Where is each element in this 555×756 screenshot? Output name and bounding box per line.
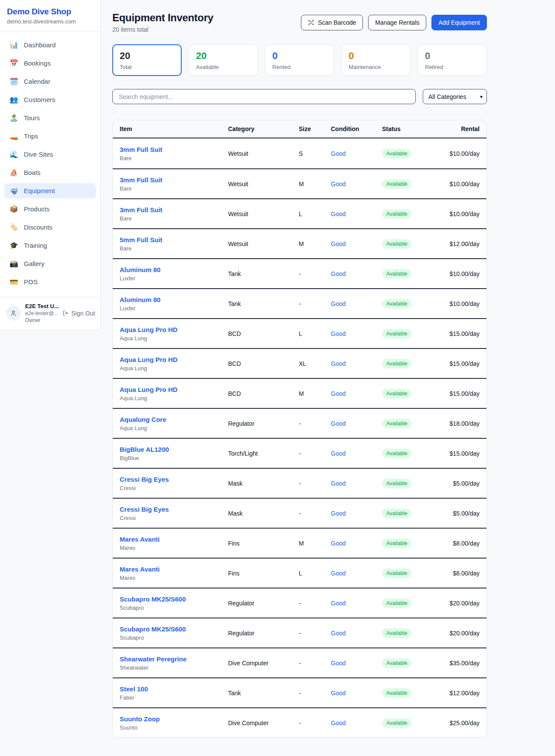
item-name-link[interactable]: Aqua Lung Pro HD [120, 326, 228, 333]
sidebar-item-dashboard[interactable]: 📊 Dashboard [4, 37, 96, 53]
item-rental-rate: $15.00/day [443, 330, 480, 337]
sidebar-item-bookings[interactable]: 📅 Bookings [4, 56, 96, 71]
item-name-link[interactable]: Scubapro MK25/S600 [120, 595, 228, 603]
stat-card[interactable]: 0 Retired [418, 44, 487, 76]
sidebar-item-gallery[interactable]: 📸 Gallery [4, 256, 96, 271]
sidebar-item-dive-sites[interactable]: 🌊 Dive Sites [4, 147, 96, 162]
table-row: Steel 100 Faber Tank - Good Available $1… [113, 677, 486, 707]
item-condition-link[interactable]: Good [331, 420, 382, 427]
status-badge: Available [382, 239, 411, 249]
item-name-link[interactable]: Shearwater Peregrine [120, 655, 228, 663]
brand-header[interactable]: Demo Dive Shop demo.test.divestreams.com [0, 0, 100, 31]
item-brand: Scubapro [120, 634, 228, 641]
item-condition-link[interactable]: Good [331, 240, 382, 247]
item-condition-link[interactable]: Good [331, 630, 382, 637]
item-size: M [299, 240, 331, 247]
item-condition-link[interactable]: Good [331, 210, 382, 217]
item-name-link[interactable]: Mares Avanti [120, 565, 228, 573]
item-size: L [299, 330, 331, 337]
stat-card[interactable]: 20 Available [189, 44, 258, 76]
category-filter-select[interactable]: All Categories [423, 89, 487, 104]
sidebar-item-customers[interactable]: 👥 Customers [4, 92, 96, 107]
user-email: e2e-tester@... [25, 310, 61, 316]
item-name-link[interactable]: 3mm Full Suit [120, 146, 228, 153]
item-category: BCD [228, 360, 299, 367]
item-name-link[interactable]: Aqua Lung Pro HD [120, 356, 228, 363]
item-size: L [299, 570, 331, 577]
table-row: Aqua Lung Pro HD Aqua Lung BCD XL Good A… [113, 348, 486, 378]
item-rental-rate: $25.00/day [443, 720, 480, 726]
item-condition-link[interactable]: Good [331, 510, 382, 517]
item-name-link[interactable]: Aqua Lung Pro HD [120, 386, 228, 393]
nav-icon: 📅 [10, 60, 18, 67]
add-equipment-button[interactable]: Add Equipment [431, 15, 487, 30]
table-row: Aluminum 80 Luxfer Tank - Good Available… [113, 258, 486, 288]
item-size: M [299, 540, 331, 547]
stat-card[interactable]: 20 Total [112, 44, 182, 76]
scan-barcode-button[interactable]: Scan Barcode [301, 15, 363, 30]
stat-label: Maintenance [349, 64, 403, 70]
item-name-link[interactable]: Cressi Big Eyes [120, 506, 228, 513]
item-rental-rate: $8.00/day [443, 540, 480, 547]
item-condition-link[interactable]: Good [331, 690, 382, 697]
sidebar-item-pos[interactable]: 💳 POS [4, 274, 96, 289]
item-condition-link[interactable]: Good [331, 600, 382, 607]
sidebar-item-discounts[interactable]: 🏷️ Discounts [4, 220, 96, 235]
item-category: BCD [228, 330, 299, 337]
item-name-link[interactable]: 5mm Full Suit [120, 236, 228, 243]
item-condition-link[interactable]: Good [331, 181, 382, 187]
item-name-link[interactable]: Aluminum 80 [120, 296, 228, 303]
item-name-link[interactable]: Mares Avanti [120, 536, 228, 543]
item-name-link[interactable]: Suunto Zoop [120, 715, 228, 723]
item-condition-link[interactable]: Good [331, 720, 382, 726]
item-rental-rate: $5.00/day [443, 480, 480, 487]
sidebar-item-training[interactable]: 🎓 Training [4, 238, 96, 253]
item-category: Tank [228, 270, 299, 277]
sidebar-item-products[interactable]: 📦 Products [4, 201, 96, 217]
stat-card[interactable]: 0 Maintenance [341, 44, 411, 76]
item-condition-link[interactable]: Good [331, 360, 382, 367]
item-name-link[interactable]: Scubapro MK25/S600 [120, 625, 228, 633]
sidebar-item-equipment[interactable]: 🤿 Equipment [4, 183, 96, 198]
sidebar-item-tours[interactable]: 🏝️ Tours [4, 110, 96, 125]
item-condition-link[interactable]: Good [331, 450, 382, 457]
item-name-link[interactable]: Aluminum 80 [120, 266, 228, 273]
table-row: Cressi Big Eyes Cressi Mask - Good Avail… [113, 468, 486, 498]
shop-name[interactable]: Demo Dive Shop [7, 7, 93, 16]
item-condition-link[interactable]: Good [331, 480, 382, 487]
item-condition-link[interactable]: Good [331, 270, 382, 277]
search-input[interactable] [112, 89, 416, 104]
manage-rentals-button[interactable]: Manage Rentals [368, 15, 426, 30]
sidebar-item-label: Dashboard [24, 41, 56, 49]
sign-out-button[interactable]: Sign Out [62, 310, 95, 317]
item-condition-link[interactable]: Good [331, 660, 382, 667]
table-row: Aqua Lung Pro HD Aqua Lung BCD M Good Av… [113, 378, 486, 408]
item-name-link[interactable]: 3mm Full Suit [120, 176, 228, 184]
item-name-link[interactable]: Aqualung Core [120, 416, 228, 423]
item-name-link[interactable]: Cressi Big Eyes [120, 476, 228, 483]
sidebar-item-trips[interactable]: 🚤 Trips [4, 128, 96, 144]
item-size: M [299, 181, 331, 187]
item-rental-rate: $10.00/day [443, 150, 480, 157]
person-icon [10, 309, 17, 317]
item-name-link[interactable]: BigBlue AL1200 [120, 446, 228, 453]
sidebar: Demo Dive Shop demo.test.divestreams.com… [0, 0, 101, 330]
stat-card[interactable]: 0 Rented [265, 44, 334, 76]
sidebar-item-label: POS [24, 278, 38, 286]
item-condition-link[interactable]: Good [331, 390, 382, 397]
item-condition-link[interactable]: Good [331, 540, 382, 547]
item-condition-link[interactable]: Good [331, 300, 382, 307]
item-condition-link[interactable]: Good [331, 570, 382, 577]
item-category: Wetsuit [228, 181, 299, 187]
item-condition-link[interactable]: Good [331, 330, 382, 337]
item-name-link[interactable]: Steel 100 [120, 685, 228, 693]
sidebar-item-calendar[interactable]: 🗓️ Calendar [4, 74, 96, 89]
stat-value: 0 [349, 50, 403, 62]
item-name-link[interactable]: 3mm Full Suit [120, 206, 228, 214]
item-condition-link[interactable]: Good [331, 150, 382, 157]
status-badge: Available [382, 149, 411, 158]
avatar [6, 306, 21, 321]
stat-cards: 20 Total 20 Available 0 Rented 0 Mainten… [112, 44, 487, 76]
col-size: Size [299, 125, 331, 132]
sidebar-item-boats[interactable]: ⛵ Boats [4, 165, 96, 180]
